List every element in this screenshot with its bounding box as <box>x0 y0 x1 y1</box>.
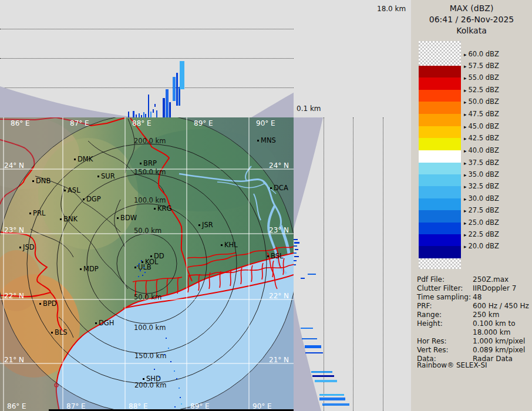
echo-row-bar <box>305 352 323 353</box>
max-height-axis-label: 18.0 km <box>377 5 406 13</box>
range-gridline <box>353 117 353 411</box>
city-marker-dot <box>267 255 269 257</box>
echo-speck <box>181 403 182 405</box>
echo-column-bar <box>133 111 134 117</box>
echo-speck <box>144 272 146 273</box>
echo-speck <box>180 397 181 398</box>
software-credit: Rainbow® SELEX-SI <box>417 361 487 369</box>
echo-speck <box>174 370 175 372</box>
legend-cell-color <box>419 198 461 210</box>
city-label-bsl: BSL <box>271 252 284 260</box>
echo-row-bar <box>294 252 297 254</box>
echo-column-bar <box>176 73 178 106</box>
legend-cell-color <box>419 174 461 186</box>
city-label-bnk: BNK <box>63 215 78 223</box>
echo-row-bar <box>294 260 297 261</box>
echo-speck <box>138 276 139 277</box>
legend-threshold-label: ▸30.0 dBZ <box>464 194 499 203</box>
legend-panel: MAX (dBZ) 06:41 / 26-Nov-2025 Kolkata ▸6… <box>411 0 532 411</box>
legend-threshold-label: ▸40.0 dBZ <box>464 146 499 154</box>
top-profile-panel[interactable] <box>0 0 301 117</box>
echo-row-bar <box>294 239 298 240</box>
legend-threshold-label: ▸52.5 dBZ <box>464 86 499 94</box>
legend-threshold-label: ▸20.0 dBZ <box>464 242 499 250</box>
legend-cell-color <box>419 78 461 90</box>
city-label-dnb: DNB <box>36 177 50 185</box>
latitude-label-right: 21° N <box>269 356 289 364</box>
city-label-mns: MNS <box>261 136 276 144</box>
info-label: Clutter Filter: <box>417 284 463 292</box>
latitude-label-left: 22° N <box>4 292 24 300</box>
legend-threshold-label: ▸35.0 dBZ <box>464 170 499 178</box>
echo-speck <box>170 361 171 362</box>
legend-cell-color <box>419 210 461 223</box>
info-label: Pdf File: <box>417 275 445 284</box>
echo-row-bar <box>311 371 332 373</box>
city-marker-dot <box>29 213 31 214</box>
info-value: 600 Hz / 450 Hz <box>473 302 529 310</box>
echo-column-bar <box>148 95 149 117</box>
legend-threshold-label: ▸45.0 dBZ <box>464 122 499 130</box>
city-marker-dot <box>39 303 41 305</box>
radar-map-canvas[interactable]: 86° E86° E87° E87° E88° E88° E89° E89° E… <box>0 117 294 411</box>
latitude-label-right: 23° N <box>269 226 289 234</box>
echo-column-bar <box>166 89 169 117</box>
info-label: Vert Res: <box>417 346 449 354</box>
product-title: MAX (dBZ) <box>411 3 532 14</box>
city-marker-dot <box>117 217 119 219</box>
city-label-sur: SUR <box>101 172 115 180</box>
echo-speck <box>164 354 165 355</box>
latitude-label-left: 21° N <box>4 356 24 364</box>
legend-cell-color <box>419 234 461 246</box>
city-marker-dot <box>32 180 34 182</box>
legend-cell-color <box>419 246 461 258</box>
info-label: Time sampling: <box>417 293 471 301</box>
longitude-label-top: 86° E <box>11 119 30 127</box>
echo-speck <box>174 406 176 407</box>
info-value: 48 <box>473 293 482 301</box>
city-label-dca: DCA <box>274 184 288 192</box>
echo-speck <box>168 348 169 349</box>
echo-speck <box>143 267 144 268</box>
beam-blockage-wedge-side <box>294 117 411 411</box>
echo-speck <box>139 263 140 264</box>
legend-threshold-label: ▸22.5 dBZ <box>464 230 499 238</box>
min-height-axis-label: 0.1 km <box>297 105 321 113</box>
legend-threshold-label: ▸27.5 dBZ <box>464 206 499 214</box>
height-gridline <box>0 87 301 88</box>
city-label-bls: BLS <box>55 328 68 336</box>
city-label-brp: BRP <box>143 159 157 167</box>
legend-cell-color <box>419 163 461 174</box>
height-gridline <box>0 29 301 29</box>
legend-cell-color <box>419 150 461 163</box>
info-label: Height: <box>417 319 443 328</box>
city-label-dgp: DGP <box>86 195 101 203</box>
city-label-mdp: MDP <box>83 265 99 273</box>
city-marker-dot <box>150 255 152 257</box>
latitude-label-left: 23° N <box>4 226 24 234</box>
city-marker-dot <box>134 267 136 268</box>
longitude-label-top: 87° E <box>70 119 89 127</box>
legend-cell-color <box>419 138 461 150</box>
echo-row-bar <box>319 394 344 396</box>
longitude-label-bottom: 88° E <box>129 402 148 410</box>
latitude-label-right: 24° N <box>269 161 289 170</box>
range-ring-label: 50.0 km <box>134 293 161 301</box>
side-profile-panel[interactable] <box>294 117 411 411</box>
legend-threshold-label: ▸50.0 dBZ <box>464 97 499 106</box>
echo-column-bar <box>180 61 184 89</box>
echo-column-bar <box>128 112 129 117</box>
city-label-jsr: JSR <box>201 221 213 229</box>
range-ring-label: 100.0 km <box>134 196 166 204</box>
echo-speck <box>159 376 160 378</box>
city-marker-dot <box>270 187 272 189</box>
profile-corner-gap <box>294 0 415 117</box>
echo-column-bar <box>150 112 151 117</box>
echo-speck <box>166 338 167 339</box>
echo-row-bar <box>302 338 317 339</box>
city-marker-dot <box>143 378 144 380</box>
echo-speck <box>179 388 180 389</box>
legend-threshold-label: ▸42.5 dBZ <box>464 134 499 142</box>
city-marker-dot <box>154 208 156 210</box>
city-marker-dot <box>97 176 99 177</box>
